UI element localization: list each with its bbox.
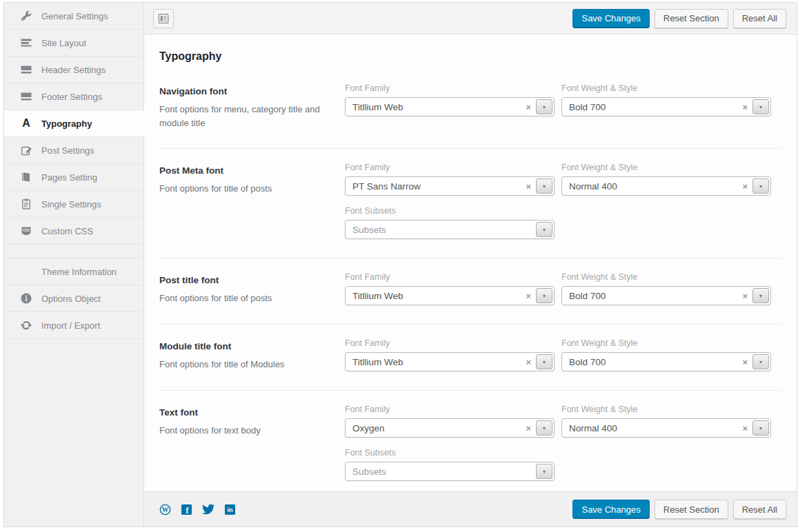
refresh-icon — [19, 319, 32, 332]
section-post-title-font: Post title font Font options for title o… — [159, 258, 781, 324]
clear-icon[interactable]: × — [526, 353, 531, 371]
sidebar-item-label: Custom CSS — [41, 226, 93, 236]
sidebar-spacer — [4, 245, 143, 258]
sidebar-item-label: Options Object — [41, 294, 101, 304]
reset-section-button[interactable]: Reset Section — [655, 500, 728, 519]
twitter-icon[interactable] — [202, 503, 215, 515]
edit-icon — [19, 144, 32, 157]
font-subsets-select[interactable]: Subsets ▼ — [345, 462, 555, 481]
save-changes-button[interactable]: Save Changes — [572, 500, 649, 519]
sidebar-item-footer-settings[interactable]: Footer Settings — [4, 83, 143, 110]
font-family-select[interactable]: Oxygen × ▼ — [345, 418, 555, 438]
reset-all-button[interactable]: Reset All — [733, 500, 786, 519]
clear-icon[interactable]: × — [742, 98, 748, 116]
sidebar-filler — [4, 339, 143, 526]
clear-icon[interactable]: × — [742, 287, 748, 305]
chevron-down-icon[interactable]: ▼ — [752, 354, 769, 369]
field-label: Font Family — [345, 272, 555, 282]
section-description: Font options for title of posts — [159, 182, 330, 196]
svg-text:W: W — [162, 506, 169, 513]
section-title: Module title font — [159, 341, 345, 351]
chevron-down-icon[interactable]: ▼ — [752, 99, 769, 114]
facebook-icon[interactable]: f — [181, 504, 192, 515]
sidebar-item-site-layout[interactable]: Site Layout — [4, 30, 143, 57]
clear-icon[interactable]: × — [526, 98, 531, 116]
chevron-down-icon[interactable]: ▼ — [536, 99, 552, 114]
font-weight-select[interactable]: Normal 400 × ▼ — [561, 176, 771, 196]
chevron-down-icon[interactable]: ▼ — [752, 420, 769, 436]
sidebar-item-label: Header Settings — [41, 65, 106, 75]
font-family-select[interactable]: Titllium Web × ▼ — [345, 286, 555, 305]
sidebar-item-post-settings[interactable]: Post Settings — [4, 137, 143, 164]
svg-text:A: A — [22, 117, 30, 129]
clear-icon[interactable]: × — [742, 353, 748, 371]
select-value: Titllium Web — [352, 291, 403, 301]
chevron-down-icon[interactable]: ▼ — [536, 464, 552, 479]
css-badge-icon: CSS — [19, 225, 32, 238]
chevron-down-icon[interactable]: ▼ — [752, 178, 769, 194]
layout-bars-icon — [19, 37, 32, 50]
sidebar-item-custom-css[interactable]: CSS Custom CSS — [4, 218, 143, 245]
sidebar-item-label: Site Layout — [41, 38, 86, 48]
sidebar-item-typography[interactable]: A Typography — [4, 110, 144, 137]
section-title: Text font — [159, 407, 345, 418]
section-description: Font options for menu, category title an… — [159, 103, 330, 130]
wordpress-icon[interactable]: W — [159, 504, 171, 515]
typography-content: Typography Navigation font Font options … — [144, 34, 797, 491]
clear-icon[interactable]: × — [742, 177, 748, 195]
chevron-down-icon[interactable]: ▼ — [536, 420, 552, 436]
reset-all-button[interactable]: Reset All — [733, 9, 786, 28]
sidebar-item-header-settings[interactable]: Header Settings — [4, 57, 143, 83]
field-label: Font Weight & Style — [561, 272, 771, 282]
chevron-down-icon[interactable]: ▼ — [536, 178, 552, 194]
font-family-select[interactable]: PT Sans Narrow × ▼ — [345, 176, 555, 196]
font-weight-select[interactable]: Bold 700 × ▼ — [561, 352, 771, 371]
sidebar-item-import-export[interactable]: Import / Export — [4, 312, 143, 339]
clipboard-icon — [19, 198, 32, 211]
clear-icon[interactable]: × — [526, 419, 531, 437]
select-value: Subsets — [352, 467, 386, 477]
layout-toggle-button[interactable] — [153, 9, 174, 28]
sidebar-item-label: Single Settings — [41, 199, 101, 209]
header-icon — [19, 63, 32, 76]
select-value: Normal 400 — [569, 181, 617, 192]
sidebar-item-general-settings[interactable]: General Settings — [4, 3, 143, 30]
select-value: Bold 700 — [569, 291, 606, 301]
chevron-down-icon[interactable]: ▼ — [752, 288, 769, 303]
sidebar-item-label: Theme Information — [41, 267, 117, 277]
clear-icon[interactable]: × — [526, 287, 531, 305]
field-label: Font Weight & Style — [561, 83, 771, 93]
field-label: Font Weight & Style — [561, 163, 771, 172]
section-text-font: Text font Font options for text body Fon… — [159, 390, 781, 491]
chevron-down-icon[interactable]: ▼ — [536, 222, 552, 237]
clear-icon[interactable]: × — [742, 419, 748, 437]
sidebar-item-theme-information[interactable]: Theme Information — [4, 258, 143, 285]
sidebar-item-pages-setting[interactable]: Pages Setting — [4, 164, 143, 191]
footer-icon — [19, 90, 32, 103]
page-title: Typography — [159, 50, 781, 63]
save-changes-button[interactable]: Save Changes — [572, 9, 649, 28]
section-post-meta-font: Post Meta font Font options for title of… — [159, 148, 781, 258]
chevron-down-icon[interactable]: ▼ — [536, 288, 552, 303]
font-weight-select[interactable]: Bold 700 × ▼ — [561, 286, 771, 305]
font-weight-select[interactable]: Normal 400 × ▼ — [561, 418, 771, 438]
no-icon — [19, 265, 32, 278]
sidebar-item-label: Import / Export — [41, 320, 100, 331]
reset-section-button[interactable]: Reset Section — [655, 9, 728, 28]
font-family-select[interactable]: Titllium Web × ▼ — [345, 352, 555, 371]
font-weight-select[interactable]: Bold 700 × ▼ — [561, 97, 771, 116]
social-links: W f in — [159, 503, 236, 515]
chevron-down-icon[interactable]: ▼ — [536, 354, 552, 369]
clear-icon[interactable]: × — [526, 177, 531, 195]
select-value: Titllium Web — [352, 102, 403, 112]
sidebar: General Settings Site Layout Header Sett… — [4, 3, 144, 526]
sidebar-item-single-settings[interactable]: Single Settings — [4, 191, 143, 218]
select-value: Normal 400 — [569, 423, 617, 433]
linkedin-icon[interactable]: in — [224, 504, 236, 515]
sidebar-item-options-object[interactable]: Options Object — [4, 285, 143, 312]
font-family-select[interactable]: Titllium Web × ▼ — [345, 97, 555, 116]
font-subsets-select[interactable]: Subsets ▼ — [345, 220, 555, 239]
field-label: Font Family — [345, 405, 555, 414]
sidebar-item-label: Post Settings — [41, 145, 94, 156]
field-label: Font Subsets — [345, 206, 555, 216]
